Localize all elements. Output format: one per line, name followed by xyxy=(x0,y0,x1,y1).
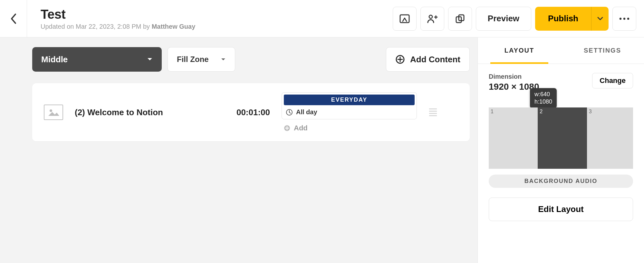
publish-dropdown[interactable] xyxy=(591,7,609,31)
schedule-pill: EVERYDAY xyxy=(284,95,415,105)
image-icon xyxy=(47,107,60,117)
zone-select-label: Middle xyxy=(41,55,68,65)
sidebar-tabs: LAYOUT SETTINGS xyxy=(478,37,644,64)
page-title: Test xyxy=(41,7,393,22)
zone-select[interactable]: Middle xyxy=(32,47,162,72)
plus-circle-icon xyxy=(395,55,405,64)
main: Middle Fill Zone Add Content (2) Welcome… xyxy=(0,37,644,263)
background-audio-button[interactable]: BACKGROUND AUDIO xyxy=(489,175,633,188)
fill-select-label: Fill Zone xyxy=(177,55,209,64)
more-button[interactable] xyxy=(612,7,636,31)
share-button[interactable] xyxy=(420,7,444,31)
canvas-toolbar: Middle Fill Zone Add Content xyxy=(32,47,470,72)
clock-icon xyxy=(286,109,293,116)
preview-button[interactable]: Preview xyxy=(476,7,531,31)
publish-group: Publish xyxy=(535,7,609,31)
schedule-column: EVERYDAY All day Add xyxy=(282,92,417,132)
chevron-left-icon xyxy=(10,13,17,24)
copy-button[interactable] xyxy=(448,7,472,31)
tab-settings[interactable]: SETTINGS xyxy=(561,37,644,64)
schedule-box[interactable]: EVERYDAY All day xyxy=(282,92,417,119)
svg-point-1 xyxy=(429,15,432,18)
caret-down-icon xyxy=(221,58,226,61)
schedule-allday: All day xyxy=(284,105,415,116)
svg-point-6 xyxy=(627,17,629,19)
publish-button[interactable]: Publish xyxy=(535,7,591,31)
zone-tooltip: w:640 h:1080 xyxy=(530,88,557,108)
svg-point-5 xyxy=(623,17,625,19)
content-duration[interactable]: 00:01:00 xyxy=(222,107,270,117)
sidebar: LAYOUT SETTINGS Dimension 1920 × 1080 Ch… xyxy=(478,37,644,263)
author-name: Matthew Guay xyxy=(152,23,196,30)
fill-select[interactable]: Fill Zone xyxy=(168,47,235,72)
cast-button[interactable] xyxy=(393,7,417,31)
header-actions: Preview Publish xyxy=(393,7,644,31)
zone-2[interactable]: 2 xyxy=(538,107,587,169)
people-icon xyxy=(427,14,438,24)
content-title: (2) Welcome to Notion xyxy=(75,107,210,117)
layout-preview: w:640 h:1080 1 2 3 BACKGROUND AUDIO xyxy=(489,107,633,188)
edit-layout-button[interactable]: Edit Layout xyxy=(489,197,633,221)
canvas-area: Middle Fill Zone Add Content (2) Welcome… xyxy=(0,37,478,263)
plus-circle-icon xyxy=(284,125,291,132)
zone-3[interactable]: 3 xyxy=(587,107,633,169)
cast-icon xyxy=(399,14,410,23)
copy-icon xyxy=(455,14,465,24)
more-horizontal-icon xyxy=(619,17,630,20)
svg-point-8 xyxy=(50,109,52,112)
add-schedule-button[interactable]: Add xyxy=(282,119,417,132)
svg-point-4 xyxy=(620,17,621,19)
header: Test Updated on Mar 22, 2023, 2:08 PM by… xyxy=(0,0,644,37)
drag-handle[interactable] xyxy=(428,108,437,116)
content-thumbnail xyxy=(44,105,63,120)
page-meta: Updated on Mar 22, 2023, 2:08 PM by Matt… xyxy=(41,23,393,30)
caret-down-icon xyxy=(147,57,153,61)
back-button[interactable] xyxy=(0,0,27,37)
title-block: Test Updated on Mar 22, 2023, 2:08 PM by… xyxy=(27,7,393,30)
add-content-button[interactable]: Add Content xyxy=(386,47,470,72)
chevron-down-icon xyxy=(597,16,603,21)
dimension-row: Dimension 1920 × 1080 Change xyxy=(489,73,633,92)
zones-grid: 1 2 3 xyxy=(489,107,633,169)
dimension-label: Dimension xyxy=(489,73,539,80)
layout-panel: Dimension 1920 × 1080 Change w:640 h:108… xyxy=(478,64,644,230)
content-item: (2) Welcome to Notion 00:01:00 EVERYDAY … xyxy=(32,83,470,141)
change-dimension-button[interactable]: Change xyxy=(592,73,633,88)
tab-layout[interactable]: LAYOUT xyxy=(478,37,561,64)
zone-1[interactable]: 1 xyxy=(489,107,538,169)
